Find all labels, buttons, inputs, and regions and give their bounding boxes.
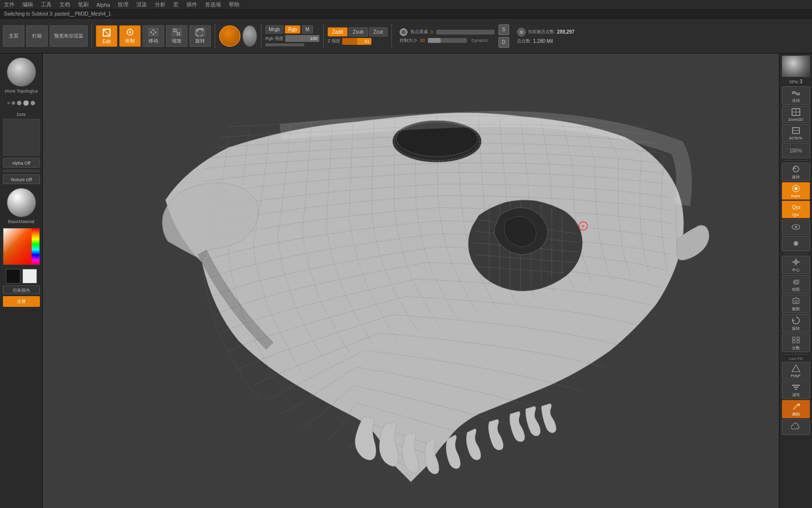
- right-divider-1: [784, 160, 808, 161]
- menu-edit[interactable]: 编辑: [22, 1, 33, 8]
- menu-file[interactable]: 文件: [4, 1, 15, 8]
- brush-size-slider[interactable]: [428, 38, 467, 43]
- ac50-label: AC50%: [789, 136, 802, 140]
- material-apply-btn[interactable]: 次替: [3, 296, 40, 307]
- brush-preview-sphere[interactable]: [7, 57, 36, 87]
- right-divider-3: [784, 354, 808, 355]
- swim-btn[interactable]: 泳动: [782, 86, 810, 105]
- svg-rect-49: [794, 387, 798, 388]
- swim-label: 泳动: [792, 98, 800, 103]
- zoom2d-btn[interactable]: Zoom2D: [782, 106, 810, 123]
- paint-label: 画枱: [792, 412, 800, 417]
- material-preview-sphere[interactable]: [7, 188, 36, 217]
- texture-off-btn[interactable]: Texture Off: [3, 174, 40, 184]
- s-icon[interactable]: S: [498, 24, 509, 35]
- center-btn[interactable]: 中心: [782, 256, 810, 274]
- snap-btn[interactable]: 吸附: [782, 295, 810, 313]
- menu-analyze[interactable]: 分析: [155, 1, 166, 8]
- count-btn[interactable]: 次数: [782, 334, 810, 352]
- spin-btn[interactable]: 旋转: [782, 314, 810, 333]
- menu-macro[interactable]: 宏: [173, 1, 179, 8]
- menu-preferences[interactable]: 首选项: [205, 1, 221, 8]
- m-btn[interactable]: M: [302, 25, 313, 34]
- rgb-btn[interactable]: Rgb: [285, 25, 300, 34]
- toolbar-divider-4: [323, 24, 324, 48]
- ac50-btn[interactable]: AC50%: [782, 124, 810, 142]
- svg-text:Qyz: Qyz: [792, 205, 801, 210]
- qyz-label: Qyz: [792, 212, 799, 217]
- viewport[interactable]: [43, 54, 779, 508]
- svg-point-38: [795, 243, 797, 245]
- scale-btn[interactable]: 缩放: [166, 25, 187, 47]
- count-icon: [790, 335, 802, 345]
- hand-btn[interactable]: 拍照: [782, 275, 810, 294]
- svg-point-42: [794, 301, 797, 303]
- brush-size-value: 33: [420, 38, 425, 43]
- alpha-off-btn[interactable]: Alpha Off: [3, 158, 40, 168]
- rotate-btn[interactable]: 旋转: [189, 25, 211, 47]
- color-switch-btn[interactable]: 切换颜色: [3, 285, 40, 294]
- total-pts-label: 总点数:: [517, 38, 532, 44]
- polyf-icon: [790, 363, 802, 373]
- menu-tool[interactable]: 工具: [41, 1, 52, 8]
- zadd-btn[interactable]: Zadd: [328, 27, 348, 37]
- paint-btn[interactable]: 画枱: [782, 400, 810, 418]
- menu-plugin[interactable]: 插件: [186, 1, 197, 8]
- edit-btn[interactable]: Edit: [96, 25, 117, 47]
- snap-icon: [790, 296, 802, 306]
- active-stats: 当前激活点数: 289,297 总点数: 1.280 Mil: [517, 28, 575, 44]
- render-preview-thumb[interactable]: [782, 56, 810, 77]
- filter-btn[interactable]: 滤光: [782, 380, 810, 399]
- zsub-btn[interactable]: Zsub: [349, 27, 368, 37]
- dynamic-label[interactable]: Dynamic: [472, 38, 489, 43]
- color-picker[interactable]: [3, 228, 40, 265]
- move-btn[interactable]: 移动: [143, 25, 164, 47]
- viewport-canvas[interactable]: [43, 54, 779, 508]
- 100pct-btn[interactable]: 100% 100%: [782, 143, 810, 158]
- dynamic-rotate-btn[interactable]: 旋转: [782, 163, 810, 181]
- mrgb-btn[interactable]: Mrgb: [265, 25, 283, 34]
- svg-rect-43: [793, 337, 795, 339]
- spin-label: 旋转: [792, 326, 800, 331]
- menu-alpha[interactable]: Alpha: [96, 2, 110, 8]
- hand-icon: [790, 277, 802, 286]
- hand-label: 拍照: [792, 287, 800, 292]
- orbit-btn[interactable]: [782, 219, 810, 235]
- brush-icon[interactable]: [219, 25, 240, 47]
- menu-document[interactable]: 文档: [59, 1, 70, 8]
- polyf-label: PolyF: [791, 374, 800, 378]
- brush-preview-small[interactable]: [242, 25, 257, 47]
- menu-help[interactable]: 帮助: [229, 1, 240, 8]
- menu-brush[interactable]: 笔刷: [78, 1, 89, 8]
- svg-line-1: [103, 29, 110, 36]
- svg-rect-50: [795, 389, 797, 390]
- preview-render-btn[interactable]: 预览布尔渲染: [50, 25, 88, 47]
- d-icon[interactable]: D: [498, 37, 509, 48]
- lights-btn[interactable]: 灯箱: [26, 25, 48, 47]
- z-strength-slider[interactable]: 51: [342, 38, 371, 45]
- rgb-sub-slider[interactable]: [265, 43, 304, 46]
- zcut-btn[interactable]: Zcut: [369, 27, 387, 37]
- rahi-btn[interactable]: RaHi: [782, 182, 810, 200]
- menu-render[interactable]: 渲染: [136, 1, 147, 8]
- main-btn[interactable]: 主页: [3, 25, 24, 47]
- rgb-strength-label: Rgb 强度: [265, 36, 283, 42]
- focal-slider[interactable]: [436, 30, 495, 35]
- title-bar: Switching to Subtool 3: pasted__PM3D_Mes…: [0, 10, 812, 19]
- right-panel: SPix 3 泳动 Zoom2D AC50% 100% 100%: [779, 54, 812, 508]
- black-swatch[interactable]: [6, 269, 20, 283]
- draw-btn[interactable]: 绘制: [119, 25, 141, 47]
- spix-value: 3: [799, 79, 802, 84]
- svg-point-3: [129, 31, 131, 33]
- white-swatch[interactable]: [22, 269, 37, 283]
- title-text: Switching to Subtool 3: pasted__PM3D_Mes…: [4, 11, 111, 17]
- polyf-btn[interactable]: PolyF: [782, 362, 810, 379]
- record-btn[interactable]: [782, 236, 810, 251]
- center-icon: [790, 257, 802, 267]
- z-strength-value: 51: [365, 38, 369, 45]
- menu-texture[interactable]: 纹理: [118, 1, 129, 8]
- cloud-btn[interactable]: [782, 419, 810, 435]
- svg-point-36: [795, 226, 797, 228]
- qyz-btn[interactable]: Qyz Qyz: [782, 201, 810, 218]
- rgb-strength-slider[interactable]: 100: [285, 35, 319, 42]
